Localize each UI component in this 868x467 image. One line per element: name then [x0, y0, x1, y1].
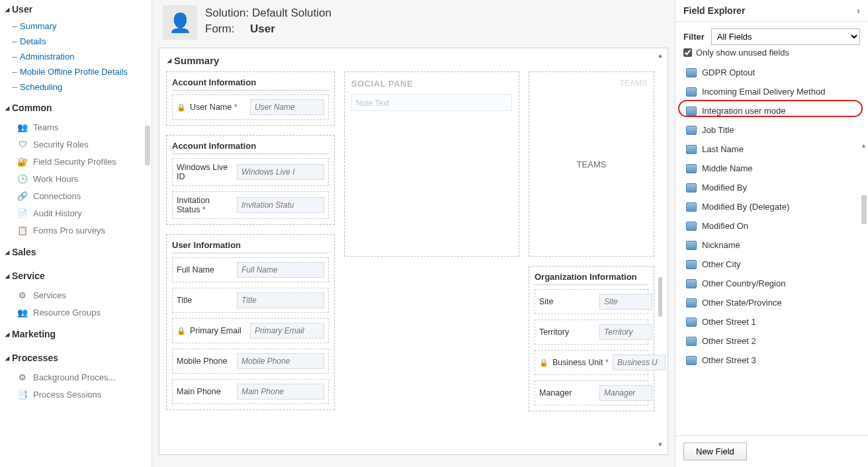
nav-item-icon: 📋 [17, 225, 28, 235]
nav-group-header[interactable]: Service [0, 267, 152, 285]
explorer-field-item[interactable]: Job Title [683, 120, 864, 140]
form-field[interactable]: Invitation Status * [172, 191, 329, 219]
form-field[interactable]: Windows Live ID [172, 158, 329, 186]
field-input[interactable] [237, 353, 324, 369]
form-field[interactable]: Manager [535, 380, 648, 405]
nav-item[interactable]: ⚙Background Proces... [0, 368, 152, 386]
nav-item[interactable]: 📄Audit History [0, 204, 152, 222]
entity-header[interactable]: User [0, 0, 152, 19]
nav-item-label: Resource Groups [33, 308, 101, 318]
nav-item[interactable]: ⚙Services [0, 286, 152, 304]
only-unused-checkbox[interactable] [683, 48, 692, 57]
nav-item[interactable]: 📑Process Sessions [0, 386, 152, 403]
form-field[interactable]: 🔒 Primary Email [172, 318, 329, 343]
field-input[interactable] [237, 292, 324, 308]
scrollbar-thumb[interactable] [658, 277, 662, 317]
form-field[interactable]: Main Phone [172, 379, 329, 404]
new-field-button[interactable]: New Field [683, 443, 747, 460]
nav-group-header[interactable]: Common [0, 99, 152, 117]
nav-group-header[interactable]: Sales [0, 243, 152, 261]
section-title: Summary [174, 55, 219, 66]
explorer-field-item[interactable]: Last Name [683, 140, 864, 159]
explorer-field-item[interactable]: Incoming Email Delivery Method [683, 82, 864, 101]
field-input[interactable] [250, 323, 324, 339]
field-icon [686, 260, 697, 269]
canvas-scrollbar[interactable]: ▲ ▼ [656, 52, 665, 450]
section-header-summary[interactable]: Summary [166, 52, 654, 71]
nav-item[interactable]: 👥Resource Groups [0, 304, 152, 321]
entity-nav-link[interactable]: Mobile Offline Profile Details [12, 64, 152, 79]
form-field[interactable]: Title [172, 288, 329, 313]
field-input[interactable] [599, 324, 652, 340]
nav-item[interactable]: 🕒Work Hours [0, 170, 152, 187]
field-input[interactable] [250, 99, 324, 115]
nav-item[interactable]: 🛡Security Roles [0, 136, 152, 153]
filter-select[interactable]: All Fields [711, 28, 860, 45]
explorer-field-item[interactable]: Integration user mode [683, 101, 864, 120]
form-field[interactable]: Full Name [172, 257, 329, 282]
explorer-field-item[interactable]: Other State/Province [683, 293, 864, 312]
teams-subgrid[interactable]: TEAMS TEAMS [529, 71, 654, 257]
form-field[interactable]: Mobile Phone [172, 349, 329, 374]
explorer-field-item[interactable]: Other Street 2 [683, 331, 864, 351]
note-text-input[interactable]: Note Text [351, 94, 512, 111]
field-label: Site [539, 297, 595, 306]
field-name: Other Street 3 [702, 355, 756, 365]
field-input[interactable] [237, 164, 324, 180]
filter-label: Filter [683, 32, 705, 42]
block-title: User Information [172, 240, 329, 253]
scroll-up-icon[interactable]: ▲ [656, 52, 665, 62]
field-icon [686, 183, 697, 192]
field-block[interactable]: User InformationFull NameTitle🔒 Primary … [166, 234, 335, 410]
field-name: Other Street 2 [702, 336, 756, 346]
collapse-icon[interactable]: › [857, 5, 860, 16]
field-name: Middle Name [702, 163, 753, 173]
entity-nav-link[interactable]: Administration [12, 49, 152, 64]
nav-item[interactable]: 👥Teams [0, 118, 152, 136]
field-list-scrollbar-thumb[interactable] [861, 195, 867, 224]
nav-item-icon: 🔗 [17, 191, 28, 201]
entity-nav-link[interactable]: Summary [12, 19, 152, 34]
explorer-field-item[interactable]: Modified By [683, 178, 864, 197]
social-pane[interactable]: SOCIAL PANE Note Text [344, 71, 519, 257]
entity-nav-link[interactable]: Details [12, 34, 152, 49]
only-unused-label: Only show unused fields [696, 48, 789, 58]
form-canvas[interactable]: Summary Account Information🔒 User Name *… [159, 48, 668, 455]
explorer-field-item[interactable]: Other Country/Region [683, 274, 864, 293]
form-field[interactable]: Site [535, 289, 648, 314]
field-input[interactable] [599, 294, 652, 310]
leftnav-scrollbar-thumb[interactable] [145, 126, 150, 165]
nav-item[interactable]: 🔗Connections [0, 187, 152, 204]
explorer-field-item[interactable]: Nickname [683, 235, 864, 255]
explorer-field-item[interactable]: GDPR Optout [683, 63, 864, 82]
nav-group-header[interactable]: Processes [0, 349, 152, 367]
nav-group-header[interactable]: Marketing [0, 325, 152, 343]
field-icon [686, 356, 697, 365]
form-field[interactable]: Territory [535, 319, 648, 345]
block-title: Account Information [172, 141, 329, 154]
explorer-field-item[interactable]: Modified By (Delegate) [683, 197, 864, 216]
explorer-field-item[interactable]: Other Street 1 [683, 312, 864, 331]
nav-item[interactable]: 🔐Field Security Profiles [0, 153, 152, 170]
explorer-field-item[interactable]: Other Street 3 [683, 351, 864, 370]
field-block[interactable]: Account Information🔒 User Name * [166, 71, 335, 126]
nav-item-icon: ⚙ [17, 290, 28, 300]
field-input[interactable] [599, 385, 652, 401]
entity-nav-link[interactable]: Scheduling [12, 79, 152, 95]
field-block[interactable]: Account InformationWindows Live IDInvita… [166, 135, 335, 225]
form-field[interactable]: 🔒 User Name * [172, 95, 329, 120]
org-info-block[interactable]: Organization Information SiteTerritory🔒 … [529, 266, 654, 411]
block-title: Account Information [172, 77, 329, 91]
scroll-down-icon[interactable]: ▼ [656, 441, 665, 450]
field-input[interactable] [237, 197, 324, 213]
explorer-field-item[interactable]: Other City [683, 255, 864, 274]
field-name: Last Name [702, 144, 744, 154]
list-scroll-up-icon[interactable]: ▲ [861, 142, 867, 149]
explorer-field-item[interactable]: Modified On [683, 216, 864, 235]
field-input[interactable] [237, 262, 324, 278]
field-input[interactable] [237, 384, 324, 400]
nav-item[interactable]: 📋Forms Pro surveys [0, 222, 152, 239]
field-label: Manager [539, 388, 595, 398]
explorer-field-item[interactable]: Middle Name [683, 159, 864, 178]
form-field[interactable]: 🔒 Business Unit * [535, 350, 648, 375]
